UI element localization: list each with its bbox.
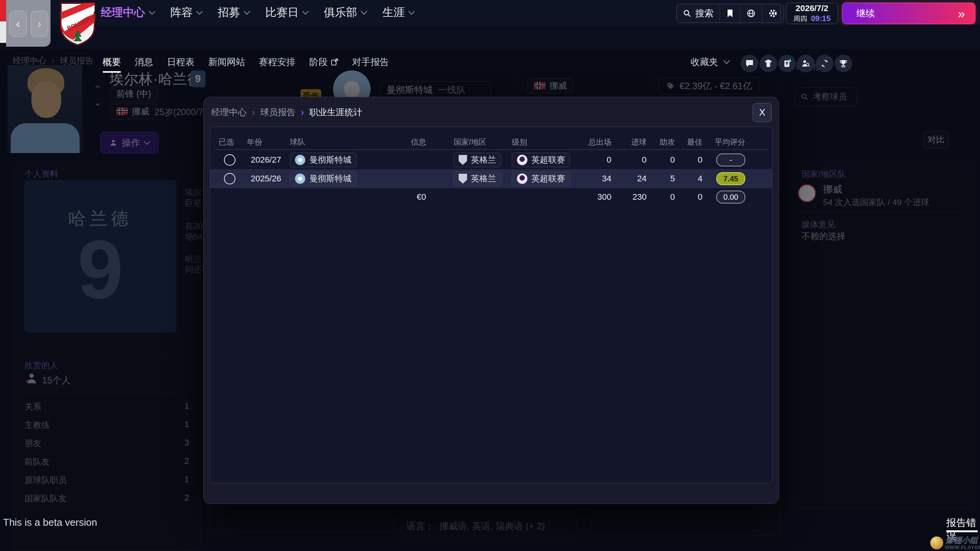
modal-breadcrumb-manager-center[interactable]: 经理中心 xyxy=(211,106,247,118)
continue-button[interactable]: 继续 » xyxy=(842,3,975,24)
best-cell: 4 xyxy=(698,174,702,184)
person-heart-icon xyxy=(24,372,38,385)
col-header-team[interactable]: 球队 xyxy=(290,137,305,147)
career-stats-modal: 经理中心 › 球员报告 › 职业生涯统计 X 已选 年份 球队 信息 国家/地区… xyxy=(203,97,779,504)
table-row[interactable]: 2026/27 曼彻斯特城 英格兰 英超联赛 0 0 0 0 - xyxy=(210,151,772,169)
position-chip: 前锋 (中) xyxy=(110,86,158,102)
premier-league-icon xyxy=(517,173,528,184)
tab-opponent-report[interactable]: 对手报告 xyxy=(352,51,389,73)
table-row[interactable]: 2025/26 曼彻斯特城 英格兰 英超联赛 34 24 5 4 7.45 xyxy=(210,169,772,188)
col-header-assists[interactable]: 助攻 xyxy=(660,137,675,147)
search-button[interactable]: 搜索 xyxy=(677,4,720,23)
watermark-ball-icon xyxy=(930,536,943,549)
chevron-down-icon xyxy=(724,58,730,64)
goals-cell: 24 xyxy=(637,174,647,184)
apps-cell: 34 xyxy=(602,174,611,184)
league-chip[interactable]: 英超联赛 xyxy=(512,153,570,167)
chevron-up-icon[interactable]: ⌃ xyxy=(93,84,102,94)
forward-button[interactable]: › xyxy=(31,11,48,37)
nation-chip-header[interactable]: 挪威 xyxy=(528,78,573,93)
nation-chip[interactable]: 英格兰 xyxy=(454,171,501,186)
total-goals-cell: 230 xyxy=(632,192,647,202)
nation-record: 54 次入选国家队 / 49 个进球 xyxy=(823,197,929,208)
gear-icon xyxy=(768,9,777,18)
list-item[interactable]: 关系1 xyxy=(24,401,189,412)
sync-button[interactable] xyxy=(816,55,833,72)
col-header-info[interactable]: 信息 xyxy=(411,137,426,147)
col-header-level[interactable]: 级别 xyxy=(512,137,527,147)
list-item[interactable]: 原球队职员1 xyxy=(24,474,189,486)
tab-fixtures[interactable]: 赛程安排 xyxy=(259,51,296,73)
scouting-button[interactable] xyxy=(797,55,815,72)
col-header-apps[interactable]: 总出场 xyxy=(588,137,611,147)
tab-stage[interactable]: 阶段 xyxy=(309,51,338,73)
club-color-strip-white xyxy=(0,21,6,43)
squad-label: 一线队 xyxy=(438,84,466,96)
game-date[interactable]: 2026/7/2 周四09:15 xyxy=(786,3,838,24)
squad-kit-button[interactable] xyxy=(760,55,777,72)
tab-schedule[interactable]: 日程表 xyxy=(167,51,194,73)
nav-career[interactable]: 生涯 xyxy=(382,5,414,20)
club-crest-boluspor[interactable]: BOLUSPOR xyxy=(59,2,96,47)
back-button[interactable]: ‹ xyxy=(9,11,27,37)
main-nav: 经理中心 阵容 招募 比赛日 俱乐部 生涯 xyxy=(101,0,414,25)
chevron-down-icon[interactable]: ⌄ xyxy=(93,97,102,107)
col-header-best[interactable]: 最佳 xyxy=(687,137,702,147)
norway-flag-icon xyxy=(116,108,128,115)
close-button[interactable]: X xyxy=(753,103,772,122)
team-chip[interactable]: 曼彻斯特城 xyxy=(290,153,356,167)
profile-panel-title: 个人资料 xyxy=(24,168,58,180)
list-item[interactable]: 主教练1 xyxy=(24,419,189,431)
list-item[interactable]: 前队友2 xyxy=(24,456,189,468)
transfer-card-icon xyxy=(782,59,792,68)
actions-button[interactable]: 操作 xyxy=(100,132,158,153)
trophy-button[interactable] xyxy=(835,55,852,72)
bookmark-button[interactable] xyxy=(720,4,740,23)
jersey-card: 哈兰德 9 xyxy=(24,180,176,333)
col-header-nation[interactable]: 国家/地区 xyxy=(454,137,487,147)
modal-breadcrumb-player-report[interactable]: 球员报告 xyxy=(260,106,296,118)
list-item[interactable]: 朋友3 xyxy=(24,438,189,449)
breadcrumb-player-report: 球员报告 xyxy=(60,55,93,67)
tab-overview[interactable]: 概要 xyxy=(103,51,121,73)
bio-text: 埃尔 xyxy=(185,187,203,198)
top-bar: 经理中心 阵容 招募 比赛日 俱乐部 生涯 搜索 2026/7/2 xyxy=(0,0,980,25)
team-chip[interactable]: 曼彻斯特城 xyxy=(290,171,356,186)
nav-recruitment[interactable]: 招募 xyxy=(218,5,249,20)
breadcrumb-manager-center[interactable]: 经理中心 xyxy=(13,55,46,67)
report-error-underline xyxy=(946,530,978,532)
player-age: 25岁(2000/7/2 xyxy=(155,106,211,118)
nav-matchday[interactable]: 比赛日 xyxy=(265,5,308,20)
media-opinion-value: 不赖的选择 xyxy=(802,230,846,242)
row-radio[interactable] xyxy=(224,154,235,166)
club-chip[interactable]: 曼彻斯特城 一线队 xyxy=(380,81,491,99)
list-item[interactable]: 国家队队友2 xyxy=(24,493,189,504)
rating-badge: 7.45 xyxy=(716,172,745,185)
scout-player-search[interactable]: 考察球员 xyxy=(795,87,857,106)
tab-inbox[interactable]: 消息 xyxy=(135,51,153,73)
tab-news[interactable]: 新闻网站 xyxy=(208,51,245,73)
bio-text: 哈兰 xyxy=(185,253,203,265)
nation-name[interactable]: 挪威 xyxy=(823,183,842,196)
row-radio[interactable] xyxy=(224,173,235,184)
nation-chip[interactable]: 英格兰 xyxy=(454,153,501,167)
world-button[interactable] xyxy=(740,4,762,23)
assists-cell: 5 xyxy=(670,174,675,184)
nav-squad[interactable]: 阵容 xyxy=(170,5,202,20)
nav-club[interactable]: 俱乐部 xyxy=(324,5,366,20)
compare-button[interactable]: 对比 xyxy=(923,131,949,148)
col-header-goals[interactable]: 进球 xyxy=(631,137,647,147)
person-icon xyxy=(109,139,117,147)
chat-button[interactable] xyxy=(741,55,758,72)
transfer-card-button[interactable] xyxy=(778,55,796,72)
bio-text: 同还 xyxy=(185,264,203,276)
col-header-avg-rating[interactable]: 平均评分 xyxy=(715,137,745,147)
nav-manager-center[interactable]: 经理中心 xyxy=(101,5,154,20)
col-header-year[interactable]: 年份 xyxy=(247,137,262,147)
admirers-panel-title: 欣赏的人 xyxy=(24,360,58,371)
league-chip[interactable]: 英超联赛 xyxy=(512,171,570,186)
chevron-down-icon xyxy=(408,8,415,15)
favorites-dropdown[interactable]: 收藏夹 xyxy=(691,51,729,73)
scout-search-icon xyxy=(801,59,810,68)
season-cell: 2025/26 xyxy=(251,174,281,184)
